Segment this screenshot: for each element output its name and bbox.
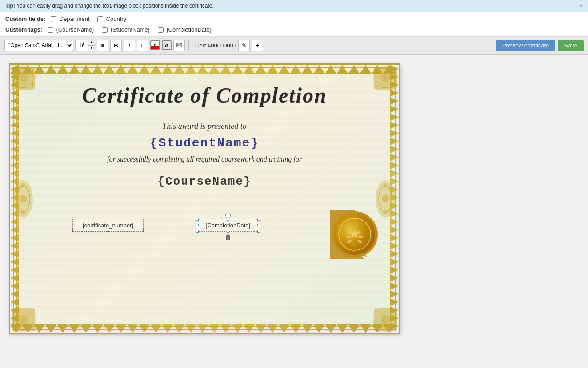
custom-fields-row: Custom fields: Department Country	[0, 12, 588, 24]
tip-close-button[interactable]: ×	[579, 3, 583, 9]
toolbar-separator	[188, 40, 189, 50]
toolbar: "Open Sans", Arial, H... ▲ ▼ ≡ B I U A A…	[0, 37, 588, 55]
cert-date-wrapper[interactable]: {CompletionDate} 🗑	[197, 219, 259, 232]
text-color-button[interactable]: A	[150, 40, 160, 50]
resize-br	[257, 230, 260, 233]
cert-number-area: Cert #00000001 ✎ +	[195, 40, 263, 51]
department-label[interactable]: Department	[60, 16, 90, 22]
cert-content: Certificate of Completion This award is …	[10, 65, 399, 268]
department-checkbox[interactable]	[51, 16, 56, 22]
gold-seal	[330, 210, 336, 259]
font-style-button[interactable]: A	[162, 40, 172, 50]
cert-subtitle: This award is presented to	[46, 122, 363, 131]
add-cert-button[interactable]: +	[252, 40, 263, 51]
svg-point-1	[177, 44, 178, 45]
coursename-tag-label[interactable]: {CourseName}	[56, 26, 94, 33]
svg-point-5	[381, 315, 390, 324]
cert-course-name: {CourseName}	[157, 175, 251, 190]
align-button[interactable]: ≡	[97, 40, 108, 51]
tip-bar: Tip! You can easily drag and change the …	[0, 0, 588, 12]
resize-lm	[196, 224, 199, 226]
font-size-arrows: ▲ ▼	[88, 40, 95, 51]
custom-tags-row: Custom tags: {CourseName} {StudentName} …	[0, 24, 588, 37]
cert-number-box[interactable]: {certificate_number}	[72, 219, 144, 232]
custom-fields-label: Custom fields:	[5, 16, 45, 22]
font-size-control: ▲ ▼	[75, 40, 95, 51]
certificate[interactable]: Certificate of Completion This award is …	[9, 63, 400, 334]
bold-button[interactable]: B	[110, 40, 122, 51]
edit-cert-number-button[interactable]: ✎	[238, 40, 250, 51]
resize-tm	[227, 218, 229, 221]
cert-number-label: Cert #00000001	[195, 42, 236, 49]
insert-image-button[interactable]	[173, 40, 185, 51]
resize-bl	[196, 230, 199, 233]
cert-title: Certificate of Completion	[46, 83, 363, 108]
country-label[interactable]: Country	[106, 16, 127, 22]
font-family-select[interactable]: "Open Sans", Arial, H...	[4, 40, 73, 51]
completiondate-tag-label[interactable]: {CompletionDate}	[166, 26, 212, 33]
cert-date-text: {CompletionDate}	[205, 222, 251, 229]
cert-bottom: {certificate_number}	[46, 219, 363, 259]
country-checkbox[interactable]	[97, 16, 103, 22]
studentname-tag-checkbox[interactable]	[102, 27, 108, 33]
underline-button[interactable]: U	[137, 40, 148, 51]
studentname-tag-label[interactable]: {StudentName}	[111, 26, 150, 33]
resize-bm	[227, 230, 229, 233]
cert-student-name: {StudentName}	[46, 136, 363, 150]
save-button[interactable]: Save	[558, 40, 584, 51]
svg-point-4	[19, 315, 28, 324]
preview-certificate-button[interactable]: Preview certificate	[496, 40, 555, 51]
corner-ornament-br	[372, 306, 399, 333]
font-size-up-button[interactable]: ▲	[88, 40, 95, 46]
completiondate-tag-checkbox[interactable]	[158, 27, 164, 33]
cert-date-box[interactable]: {CompletionDate}	[197, 219, 259, 232]
cert-date-top-handle	[225, 213, 231, 218]
canvas-area: Certificate of Completion This award is …	[0, 55, 588, 356]
corner-ornament-bl	[10, 306, 37, 333]
font-size-down-button[interactable]: ▼	[88, 46, 95, 51]
cert-body-text: for successfully completing all required…	[46, 155, 363, 163]
font-size-input[interactable]	[76, 40, 88, 51]
cert-date-delete-button[interactable]: 🗑	[225, 233, 231, 241]
italic-button[interactable]: I	[124, 40, 135, 51]
custom-tags-label: Custom tags:	[5, 26, 42, 33]
resize-rm	[257, 224, 260, 226]
toolbar-right: Preview certificate Save	[496, 40, 584, 51]
coursename-tag-checkbox[interactable]	[48, 27, 53, 33]
resize-tl	[196, 218, 199, 221]
resize-tr	[257, 218, 260, 221]
tip-text: Tip! You can easily drag and change the …	[5, 3, 214, 9]
